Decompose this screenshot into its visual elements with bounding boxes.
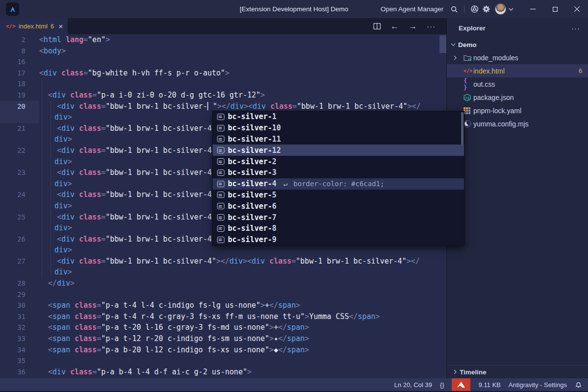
timeline-section[interactable]: Timeline (447, 365, 588, 378)
account-chevron-down-icon[interactable] (507, 3, 515, 15)
suggestion-kind-icon (217, 181, 224, 187)
code-line[interactable]: 18 (0, 78, 446, 90)
editor-scrollbar[interactable] (440, 35, 446, 53)
window-maximize-button[interactable] (544, 0, 566, 18)
return-key-icon: ↵ (283, 180, 287, 188)
line-number: 18 (0, 78, 39, 90)
search-icon[interactable] (448, 3, 460, 15)
window-close-button[interactable] (566, 0, 588, 18)
open-agent-manager-button[interactable]: Open Agent Manager (381, 5, 443, 13)
code-line[interactable]: 8<body> (0, 46, 446, 57)
line-number: 35 (0, 355, 39, 367)
antigravity-status-logo[interactable] (452, 378, 470, 391)
code-line[interactable]: 28 </div> (0, 278, 446, 289)
code-line[interactable]: 19 <div class="p-a i-0 zi-0 o-20 d-g gtc… (0, 90, 446, 101)
suggestion-kind-icon (217, 192, 224, 198)
code-line[interactable]: 32 <span class="p-a t-20 l-16 c-gray-3 f… (0, 322, 446, 333)
tree-item-node_modules[interactable]: node_modules (447, 51, 588, 64)
tree-item-label: node_modules (473, 54, 518, 62)
tab-close-icon[interactable]: × (59, 23, 63, 30)
line-number: 32 (0, 322, 39, 333)
file-tree: node_modules</>index.html6{ }out.csspack… (447, 51, 588, 130)
workspace-section-label: Demo (458, 41, 477, 49)
tree-item-pnpm-lock.yaml[interactable]: pnpm-lock.yaml (447, 104, 588, 117)
code-line[interactable]: div> (0, 245, 446, 256)
html-file-icon: </> (464, 68, 473, 74)
suggest-item-bc-silver-10[interactable]: bc-silver-10 (213, 122, 464, 134)
tree-item-label: pnpm-lock.yaml (473, 107, 521, 115)
code-line[interactable]: 35 (0, 355, 446, 367)
line-number: 16 (0, 56, 39, 68)
code-line[interactable]: 17<div class="bg-white h-vh ff-s p-r o-a… (0, 68, 446, 79)
node-modules-folder-icon (464, 54, 473, 61)
tree-item-index.html[interactable]: </>index.html6 (447, 64, 588, 77)
suggest-item-bc-silver-6[interactable]: bc-silver-6 (213, 200, 464, 212)
indent-guide (42, 78, 42, 278)
code-line[interactable]: 36 <div class="p-a b-4 l-4 d-f ai-c g-2 … (0, 367, 446, 378)
suggestion-kind-icon (217, 114, 224, 120)
suggest-item-bc-silver-1[interactable]: bc-silver-1 (213, 111, 464, 122)
suggest-item-bc-silver-12[interactable]: bc-silver-12 (213, 145, 464, 156)
line-number: 27 (0, 256, 39, 267)
suggest-scrollbar[interactable] (461, 112, 464, 145)
tree-item-label: package.json (473, 94, 514, 101)
line-number: 29 (0, 289, 39, 300)
tab-index-html[interactable]: </> index.html 6 × (0, 18, 68, 34)
tree-item-yumma.config.mjs[interactable]: yumma.config.mjs (447, 117, 588, 130)
braces-status-icon[interactable]: {} (440, 381, 444, 389)
editor-more-actions-icon[interactable]: ··· (427, 22, 436, 30)
problems-badge: 6 (579, 68, 582, 74)
suggestion-kind-icon (217, 237, 224, 243)
notifications-bell-icon[interactable] (575, 381, 582, 389)
css-file-icon: { } (464, 77, 473, 91)
chevron-down-icon (451, 43, 456, 46)
code-line[interactable]: 20 <div class="bbw-1 brw-1 bc-silver- ">… (0, 101, 446, 112)
split-editor-icon[interactable] (373, 23, 381, 29)
explorer-more-actions-icon[interactable]: ··· (571, 24, 580, 32)
user-avatar[interactable] (495, 3, 506, 15)
line-number: 25 (0, 212, 39, 223)
suggest-item-bc-silver-11[interactable]: bc-silver-11 (213, 134, 464, 145)
mode-status[interactable]: Antigravity - Settings (509, 381, 567, 389)
line-number: 31 (0, 311, 39, 322)
suggest-item-bc-silver-2[interactable]: bc-silver-2 (213, 156, 464, 167)
settings-gear-icon[interactable] (480, 3, 492, 15)
suggestion-kind-icon (217, 203, 224, 209)
tree-item-label: index.html (473, 67, 505, 75)
line-number: 19 (0, 90, 39, 101)
cursor-position-status[interactable]: Ln 20, Col 39 (394, 381, 432, 389)
navigate-back-icon[interactable]: ← (391, 22, 399, 31)
autocomplete-widget: bc-silver-1bc-silver-10bc-silver-11bc-si… (212, 111, 465, 246)
code-line[interactable]: 30 <span class="p-a t-4 l-4 c-indigo fs-… (0, 300, 446, 311)
workspace-section-demo[interactable]: Demo (447, 38, 588, 51)
line-number: 28 (0, 278, 39, 289)
tree-item-out.css[interactable]: { }out.css (447, 77, 588, 91)
suggest-item-bc-silver-4[interactable]: bc-silver-4↵border-color: #c6cad1; (213, 178, 464, 190)
suggest-item-bc-silver-9[interactable]: bc-silver-9 (213, 234, 464, 245)
code-line[interactable]: 31 <span class="p-a t-4 r-4 c-gray-3 fs-… (0, 311, 446, 322)
window-minimize-button[interactable] (522, 0, 544, 18)
timeline-label: Timeline (460, 368, 487, 376)
suggest-item-bc-silver-7[interactable]: bc-silver-7 (213, 212, 464, 223)
navigate-forward-icon[interactable]: → (409, 22, 417, 31)
suggest-item-bc-silver-5[interactable]: bc-silver-5 (213, 190, 464, 201)
suggestion-kind-icon (217, 136, 224, 142)
tree-item-package.json[interactable]: package.json (447, 91, 588, 104)
chevron-right-icon (454, 369, 457, 374)
browser-icon[interactable] (468, 3, 480, 15)
title-bar: [Extension Development Host] Demo Open A… (0, 0, 588, 18)
file-size-status[interactable]: 9.11 KB (478, 381, 500, 389)
code-line[interactable]: div> (0, 267, 446, 278)
line-number (0, 156, 39, 168)
code-line[interactable]: 27 <div class="bbw-1 brw-1 bc-silver-4">… (0, 256, 446, 267)
suggestion-kind-icon (217, 225, 224, 232)
suggest-item-bc-silver-8[interactable]: bc-silver-8 (213, 223, 464, 234)
code-line[interactable]: 29 (0, 289, 446, 300)
code-line[interactable]: 33 <span class="p-a t-12 r-20 c-indigo f… (0, 333, 446, 344)
indent-guide (50, 101, 51, 278)
code-line[interactable]: 2<html lang="en"> (0, 34, 446, 46)
line-number: 24 (0, 189, 39, 200)
code-line[interactable]: 16 (0, 56, 446, 68)
suggest-item-bc-silver-3[interactable]: bc-silver-3 (213, 167, 464, 178)
code-line[interactable]: 34 <span class="p-a b-20 l-12 c-indigo f… (0, 344, 446, 356)
